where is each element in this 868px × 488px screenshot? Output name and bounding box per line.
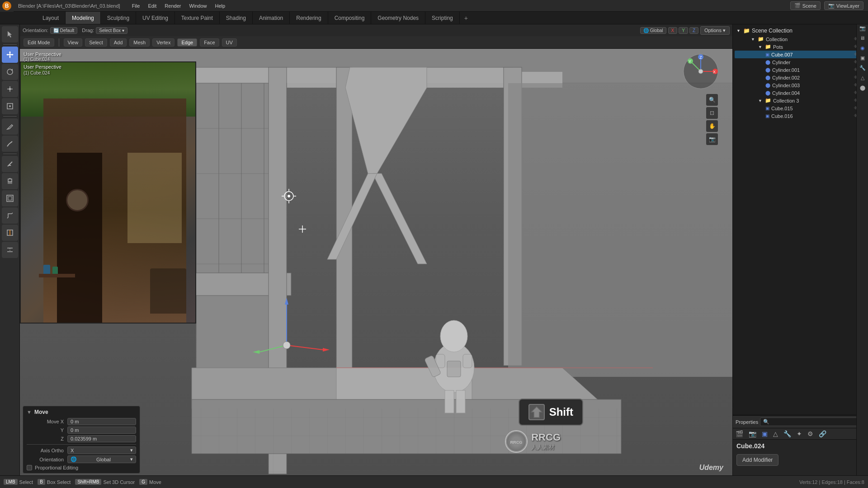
cursor-tool-btn[interactable] <box>2 26 18 42</box>
annotate-tool-btn[interactable] <box>2 118 18 135</box>
vp-uv-menu[interactable]: UV <box>222 38 237 47</box>
add-modifier-button[interactable]: Add Modifier <box>736 454 778 466</box>
vp-vertex-menu[interactable]: Vertex <box>152 38 175 47</box>
pots-collection[interactable]: ▼ 📁 Pots 👁 ✓ <box>735 43 866 51</box>
cylinder-item[interactable]: ⬤ Cylinder 👁 ✓ <box>735 58 866 66</box>
drag-selector[interactable]: Select Box ▾ <box>96 27 127 34</box>
vp-select-menu[interactable]: Select <box>85 38 107 47</box>
rp-mat-icon[interactable]: ⬤ <box>858 83 867 92</box>
thumbnail-viewport: User Perspective (1) Cube.024 <box>20 61 196 324</box>
z-axis-btn[interactable]: Z <box>689 27 698 34</box>
viewport-options-btn[interactable]: Options ▾ <box>700 26 730 35</box>
move-y-value[interactable]: 0 m <box>67 427 136 434</box>
coll-icon: 📁 <box>758 36 764 42</box>
loop-cut-tool-btn[interactable] <box>2 225 18 241</box>
rp-view-icon[interactable]: ◉ <box>858 43 867 52</box>
prop-particles-btn[interactable]: ✦ <box>794 428 805 439</box>
tab-sculpting[interactable]: Sculpting <box>101 12 136 24</box>
thumb-window-light <box>127 153 182 243</box>
svg-text:B: B <box>5 3 9 9</box>
menu-file[interactable]: File <box>128 2 144 9</box>
bevel-tool-btn[interactable] <box>2 207 18 224</box>
rp-output-icon[interactable]: 🖥 <box>858 33 867 42</box>
rp-modifier-icon[interactable]: 🔧 <box>858 63 867 72</box>
rp-render-icon[interactable]: 📷 <box>858 23 867 33</box>
tab-rendering[interactable]: Rendering <box>290 12 328 24</box>
y-axis-btn[interactable]: Y <box>679 27 688 34</box>
prop-mesh-btn[interactable]: △ <box>770 428 781 439</box>
vp-add-menu[interactable]: Add <box>110 38 127 47</box>
orientation-value: Default <box>60 28 75 33</box>
tab-compositing[interactable]: Compositing <box>328 12 372 24</box>
pan-btn[interactable]: ✋ <box>706 120 718 132</box>
tab-scripting[interactable]: Scripting <box>425 12 460 24</box>
camera-btn[interactable]: 📷 <box>706 133 718 145</box>
orientation-dropdown[interactable]: 🌐 Global ▾ <box>67 455 136 463</box>
axis-ortho-dropdown[interactable]: X ▾ <box>67 446 136 454</box>
prop-scene-btn[interactable]: 🎬 <box>733 428 746 439</box>
cylinder002-item[interactable]: ⬤ Cylinder.002 👁 ✓ <box>735 74 866 81</box>
cylinder004-item[interactable]: ⬤ Cylinder.004 👁 ✓ <box>735 89 866 97</box>
move-z-value[interactable]: 0.023599 m <box>67 435 136 442</box>
scale-tool-btn[interactable] <box>2 81 18 97</box>
collection3-item[interactable]: ▼ 📁 Collection 3 👁 ✓ <box>735 97 866 104</box>
tab-uv-editing[interactable]: UV Editing <box>136 12 175 24</box>
menu-render[interactable]: Render <box>161 2 184 9</box>
right-panel: ≡ Outliner 🔍 ⊟ ☰ ▼ 📁 Scene Collection 👁 … <box>732 12 868 488</box>
axis-ortho-label: Axis Ortho <box>27 448 67 453</box>
prop-modifier-btn[interactable]: 🔧 <box>781 428 794 439</box>
global-selector[interactable]: 🌐 Global <box>640 27 666 34</box>
rp-data-icon[interactable]: △ <box>858 73 867 82</box>
tab-shading[interactable]: Shading <box>220 12 253 24</box>
cylinder001-item[interactable]: ⬤ Cylinder.001 👁 ✓ <box>735 66 866 74</box>
scene-collection-root[interactable]: ▼ 📁 Scene Collection 👁 <box>735 26 866 35</box>
rotate-tool-btn[interactable] <box>2 64 18 80</box>
vp-edge-menu[interactable]: Edge <box>177 38 197 47</box>
offset-tool-btn[interactable] <box>2 242 18 258</box>
prop-constraints-btn[interactable]: 🔗 <box>816 428 829 439</box>
extrude-tool-btn[interactable] <box>2 173 18 189</box>
menu-edit[interactable]: Edit <box>144 2 160 9</box>
prop-physics-btn[interactable]: ⚙ <box>805 428 816 439</box>
navigation-gizmo[interactable]: X Y Z <box>683 53 719 89</box>
tab-modeling[interactable]: Modeling <box>66 12 101 24</box>
viewport-mini-buttons: 🔍 ⊡ ✋ 📷 <box>706 94 718 145</box>
draw-tool-btn[interactable] <box>2 136 18 152</box>
edit-mode-selector[interactable]: Edit Mode <box>24 38 54 47</box>
tab-layout[interactable]: Layout <box>36 12 66 24</box>
transform-tool-btn[interactable] <box>2 98 18 114</box>
cube016-item[interactable]: ▣ Cube.016 👁 ✓ <box>735 112 866 120</box>
tab-animation[interactable]: Animation <box>253 12 290 24</box>
move-x-value[interactable]: 0 m <box>67 418 136 425</box>
properties-search[interactable]: 🔍 <box>760 418 865 426</box>
cube007-item[interactable]: ▣ Cube.007 👁 ✓ <box>735 51 866 58</box>
prop-object-btn[interactable]: ▣ <box>759 428 770 439</box>
inset-tool-btn[interactable] <box>2 190 18 206</box>
menu-help[interactable]: Help <box>212 2 229 9</box>
watermark-main-text: RRCG <box>531 432 561 443</box>
prop-render-btn[interactable]: 📷 <box>746 428 759 439</box>
x-axis-btn[interactable]: X <box>668 27 678 34</box>
vp-view-menu[interactable]: View <box>64 38 83 47</box>
vp-mesh-menu[interactable]: Mesh <box>129 38 150 47</box>
orientation-selector[interactable]: 🔄 Default <box>50 27 77 34</box>
thumbnail-inner: User Perspective (1) Cube.024 <box>21 62 195 323</box>
zoom-in-btn[interactable]: 🔍 <box>706 94 718 106</box>
vp-face-menu[interactable]: Face <box>200 38 219 47</box>
cut-tool-btn[interactable] <box>2 156 18 172</box>
scene-selector[interactable]: 🎬 Scene <box>790 1 821 10</box>
top-menu-items: File Edit Render Window Help <box>125 2 229 9</box>
header-sep-1 <box>59 38 59 47</box>
collection-item[interactable]: ▼ 📁 Collection 👁 ✓ <box>735 35 866 43</box>
rp-object-icon[interactable]: ▣ <box>858 53 867 62</box>
proportional-checkbox[interactable] <box>27 465 32 470</box>
add-workspace-button[interactable]: + <box>460 12 472 24</box>
zoom-fit-btn[interactable]: ⊡ <box>706 107 718 119</box>
cube015-item[interactable]: ▣ Cube.015 👁 ✓ <box>735 104 866 112</box>
tab-texture-paint[interactable]: Texture Paint <box>175 12 220 24</box>
viewlayer-selector[interactable]: 📷 ViewLayer <box>824 1 863 10</box>
menu-window[interactable]: Window <box>185 2 210 9</box>
move-tool-btn[interactable] <box>2 47 18 63</box>
cylinder003-item[interactable]: ⬤ Cylinder.003 👁 ✓ <box>735 81 866 89</box>
tab-geometry-nodes[interactable]: Geometry Nodes <box>371 12 425 24</box>
